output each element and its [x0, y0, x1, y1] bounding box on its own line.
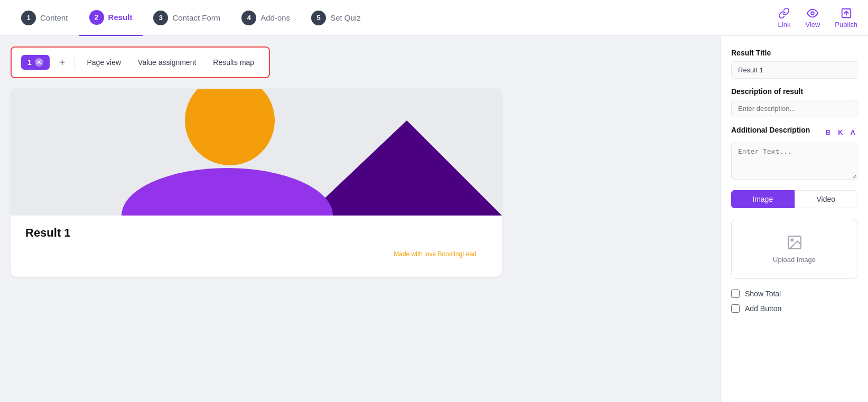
nav-actions: Link View Publish [778, 7, 857, 29]
upload-image-icon [786, 234, 803, 251]
results-map-tab[interactable]: Results map [208, 55, 259, 70]
preview-card: Result 1 Made with love BoostingLead [11, 89, 502, 277]
step-label-5: Set Quiz [330, 13, 361, 22]
step-label-4: Add-ons [260, 13, 290, 22]
main-layout: 1 ✕ + Page view Value assignment Results… [0, 36, 868, 402]
nav-step-5[interactable]: 5 Set Quiz [301, 0, 371, 36]
step-circle-5: 5 [311, 11, 326, 25]
top-nav: 1 Content 2 Result 3 Contact Form 4 Add-… [0, 0, 868, 36]
add-button-checkbox[interactable] [731, 304, 740, 313]
close-tab-icon[interactable]: ✕ [35, 58, 43, 67]
view-label: View [805, 21, 820, 29]
svg-point-0 [811, 12, 815, 15]
result-1-tab[interactable]: 1 ✕ [21, 55, 50, 70]
step-circle-3: 3 [153, 11, 168, 25]
preview-scene-svg [11, 89, 502, 216]
link-format-btn[interactable]: A [848, 127, 857, 137]
toolbar: 1 ✕ + Page view Value assignment Results… [11, 46, 270, 78]
step-circle-2: 2 [89, 10, 104, 25]
media-toggle: Image Video [731, 190, 857, 208]
nav-step-2[interactable]: 2 Result [79, 0, 143, 36]
nav-steps: 1 Content 2 Result 3 Contact Form 4 Add-… [11, 0, 778, 36]
nav-step-1[interactable]: 1 Content [11, 0, 79, 36]
add-result-button[interactable]: + [56, 55, 69, 70]
result-tab-number: 1 [27, 58, 32, 67]
link-icon [778, 7, 790, 19]
view-action[interactable]: View [805, 7, 820, 29]
step-label-1: Content [40, 13, 68, 22]
right-sidebar: Result Title Description of result Addit… [720, 36, 868, 402]
preview-card-body: Result 1 Made with love BoostingLead [11, 216, 502, 277]
show-total-row: Show Total [731, 289, 857, 298]
italic-btn[interactable]: K [836, 127, 845, 137]
description-label: Description of result [731, 87, 857, 96]
publish-label: Publish [835, 21, 857, 29]
additional-desc-header: Additional Description B K A [731, 126, 857, 138]
svg-point-8 [791, 239, 793, 241]
eye-icon [807, 7, 818, 19]
upload-area[interactable]: Upload Image [731, 219, 857, 279]
image-btn[interactable]: Image [731, 190, 795, 208]
upload-image-label: Upload Image [740, 256, 848, 264]
add-button-row: Add Button [731, 304, 857, 313]
page-view-tab[interactable]: Page view [81, 55, 126, 70]
result-title-input[interactable] [731, 61, 857, 79]
result-title-preview: Result 1 [25, 226, 487, 240]
add-button-label: Add Button [745, 304, 781, 313]
link-label: Link [778, 21, 791, 29]
step-circle-4: 4 [241, 11, 256, 25]
additional-desc-label: Additional Description [731, 126, 810, 134]
watermark-brand: BoostingLead [438, 250, 477, 258]
nav-step-3[interactable]: 3 Contact Form [143, 0, 231, 36]
value-assignment-tab[interactable]: Value assignment [133, 55, 201, 70]
preview-image-area [11, 89, 502, 216]
step-label-2: Result [108, 13, 133, 22]
show-total-checkbox[interactable] [731, 289, 740, 298]
publish-icon [841, 7, 852, 19]
result-title-label: Result Title [731, 49, 857, 57]
watermark-text: Made with love [394, 250, 437, 258]
nav-step-4[interactable]: 4 Add-ons [231, 0, 301, 36]
step-label-3: Contact Form [172, 13, 220, 22]
format-btns: B K A [824, 127, 857, 137]
link-action[interactable]: Link [778, 7, 791, 29]
watermark: Made with love BoostingLead [25, 246, 487, 262]
publish-action[interactable]: Publish [835, 7, 857, 29]
toolbar-separator [74, 56, 75, 69]
bold-btn[interactable]: B [824, 127, 833, 137]
description-input[interactable] [731, 100, 857, 117]
content-area: 1 ✕ + Page view Value assignment Results… [0, 36, 720, 402]
show-total-label: Show Total [745, 289, 781, 298]
step-circle-1: 1 [21, 11, 36, 25]
video-btn[interactable]: Video [795, 190, 858, 208]
additional-desc-textarea[interactable] [731, 143, 857, 180]
